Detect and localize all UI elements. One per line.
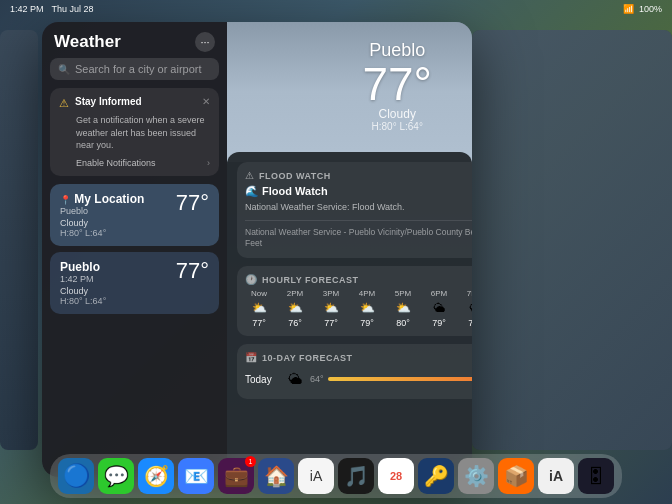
dock-icon-slack[interactable]: 💼 1 bbox=[218, 458, 254, 494]
hourly-item-4: 5PM ⛅ 80° bbox=[389, 289, 417, 328]
dock-icon-calendar[interactable]: 28 bbox=[378, 458, 414, 494]
sidebar-header: Weather ··· bbox=[42, 22, 227, 58]
sidebar: Weather ··· 🔍 Search for a city or airpo… bbox=[42, 22, 227, 477]
alert-icon: ⚠ bbox=[59, 97, 69, 110]
location-condition: Cloudy bbox=[60, 218, 209, 228]
dock-icon-mail[interactable]: 📧 bbox=[178, 458, 214, 494]
search-placeholder: Search for a city or airport bbox=[75, 63, 202, 75]
location-temp-2: 77° bbox=[176, 260, 209, 282]
tenday-bar-area: 64° 80° bbox=[310, 374, 472, 384]
tenday-section-header: 📅 10-DAY FORECAST bbox=[245, 352, 472, 363]
messages-icon: 💬 bbox=[104, 464, 129, 488]
ia-writer-icon: iA bbox=[310, 468, 322, 484]
tenday-day: Today bbox=[245, 374, 280, 385]
bg-app-right bbox=[472, 30, 672, 450]
grid-2col: ⚠ FLOOD WATCH 🌊 Flood Watch National Wea… bbox=[237, 162, 462, 414]
flood-watch-panel: ⚠ FLOOD WATCH 🌊 Flood Watch National Wea… bbox=[237, 162, 472, 258]
dock-icon-settings[interactable]: ⚙️ bbox=[458, 458, 494, 494]
calendar-icon: 📅 bbox=[245, 352, 257, 363]
location-condition-2: Cloudy bbox=[60, 286, 209, 296]
status-bar-right: 📶 100% bbox=[623, 4, 662, 14]
chevron-right-icon: › bbox=[207, 158, 210, 168]
flood-note: National Weather Service - Pueblo Vicini… bbox=[245, 227, 472, 251]
location-subname: Pueblo bbox=[60, 206, 144, 216]
weather-window: Weather ··· 🔍 Search for a city or airpo… bbox=[42, 22, 472, 477]
music-icon: 🎵 bbox=[344, 464, 369, 488]
ia-writer2-icon: iA bbox=[549, 468, 563, 484]
tenday-icon: 🌥 bbox=[288, 371, 302, 387]
tenday-row-today: Today 🌥 64° 80° bbox=[245, 367, 472, 391]
sidebar-title: Weather bbox=[54, 32, 121, 52]
safari-icon: 🧭 bbox=[144, 464, 169, 488]
search-bar[interactable]: 🔍 Search for a city or airport bbox=[50, 58, 219, 80]
dock-icon-1password[interactable]: 🔑 bbox=[418, 458, 454, 494]
location-item-pueblo[interactable]: Pueblo 1:42 PM 77° Cloudy H:80° L:64° bbox=[50, 252, 219, 314]
alert-close-button[interactable]: ✕ bbox=[202, 96, 210, 107]
dock-icon-app6[interactable]: 🏠 bbox=[258, 458, 294, 494]
clock-icon: 🕐 bbox=[245, 274, 257, 285]
hero-temp: 77° bbox=[362, 61, 432, 107]
dock: 🔵 💬 🧭 📧 💼 1 🏠 iA 🎵 28 🔑 ⚙️ bbox=[50, 454, 622, 498]
flood-title: 🌊 Flood Watch bbox=[245, 185, 472, 198]
battery: 100% bbox=[639, 4, 662, 14]
tenday-bar bbox=[328, 377, 472, 381]
1password-icon: 🔑 bbox=[424, 464, 449, 488]
hourly-item-6: 7PM 🌥 76° bbox=[461, 289, 472, 328]
hourly-scroll: Now ⛅ 77° 2PM ⛅ 76° 3PM bbox=[245, 289, 472, 328]
location-time-2: 1:42 PM bbox=[60, 274, 100, 284]
enable-notifications-button[interactable]: Enable Notifications › bbox=[59, 158, 210, 168]
enable-notif-label: Enable Notifications bbox=[76, 158, 156, 168]
dock-icon-finder[interactable]: 🔵 bbox=[58, 458, 94, 494]
hourly-item-0: Now ⛅ 77° bbox=[245, 289, 273, 328]
hero-hilo: H:80° L:64° bbox=[362, 121, 432, 132]
more-button[interactable]: ··· bbox=[195, 32, 215, 52]
flood-section-header: ⚠ FLOOD WATCH bbox=[245, 170, 472, 181]
location-item-header: 📍 My Location Pueblo 77° bbox=[60, 192, 209, 216]
dock-icon-setapp[interactable]: 📦 bbox=[498, 458, 534, 494]
calendar-icon: 28 bbox=[390, 470, 402, 482]
bg-app-left bbox=[0, 30, 38, 450]
alert-header: ⚠ Stay Informed ✕ bbox=[59, 96, 210, 110]
hourly-item-3: 4PM ⛅ 79° bbox=[353, 289, 381, 328]
dock-icon-ia-writer[interactable]: iA bbox=[298, 458, 334, 494]
dock-icon-ia-writer2[interactable]: iA bbox=[538, 458, 574, 494]
tenday-forecast-panel: 📅 10-DAY FORECAST Today 🌥 64° 80° bbox=[237, 344, 472, 399]
mail-icon: 📧 bbox=[184, 464, 209, 488]
status-bar-left: 1:42 PM Thu Jul 28 bbox=[10, 4, 94, 14]
settings-icon: ⚙️ bbox=[464, 464, 489, 488]
main-content: Pueblo 77° Cloudy H:80° L:64° bbox=[227, 22, 472, 477]
setapp-icon: 📦 bbox=[504, 464, 529, 488]
flood-body: National Weather Service: Flood Watch. bbox=[245, 201, 472, 214]
date: Thu Jul 28 bbox=[52, 4, 94, 14]
dock-icon-safari[interactable]: 🧭 bbox=[138, 458, 174, 494]
hero-weather: Pueblo 77° Cloudy H:80° L:64° bbox=[362, 40, 432, 132]
status-bar: 1:42 PM Thu Jul 28 📶 100% bbox=[0, 0, 672, 18]
hourly-section-label: HOURLY FORECAST bbox=[262, 275, 359, 285]
dock-icon-music[interactable]: 🎵 bbox=[338, 458, 374, 494]
flood-divider bbox=[245, 220, 472, 221]
tenday-section-label: 10-DAY FORECAST bbox=[262, 353, 353, 363]
location-name-group: 📍 My Location Pueblo bbox=[60, 192, 144, 216]
search-icon: 🔍 bbox=[58, 64, 70, 75]
hourly-item-5: 6PM 🌥 79° bbox=[425, 289, 453, 328]
wifi-icon: 📶 bbox=[623, 4, 634, 14]
dock-icon-messages[interactable]: 💬 bbox=[98, 458, 134, 494]
location-item-my-location[interactable]: 📍 My Location Pueblo 77° Cloudy H:80° L:… bbox=[50, 184, 219, 246]
location-hilo-2: H:80° L:64° bbox=[60, 296, 209, 306]
dock-icon-control[interactable]: 🎛 bbox=[578, 458, 614, 494]
location-item-header-2: Pueblo 1:42 PM 77° bbox=[60, 260, 209, 284]
bottom-panels: ⚠ FLOOD WATCH 🌊 Flood Watch National Wea… bbox=[227, 152, 472, 477]
hero-high: H:80° bbox=[372, 121, 397, 132]
location-icon: 📍 bbox=[60, 195, 71, 205]
slack-badge: 1 bbox=[245, 456, 256, 467]
location-temp: 77° bbox=[176, 192, 209, 214]
cloud-background bbox=[227, 22, 472, 162]
hero-condition: Cloudy bbox=[362, 107, 432, 121]
control-icon: 🎛 bbox=[586, 465, 606, 488]
alert-title: Stay Informed bbox=[75, 96, 196, 107]
left-col: ⚠ FLOOD WATCH 🌊 Flood Watch National Wea… bbox=[237, 162, 472, 414]
finder-icon: 🔵 bbox=[63, 463, 90, 489]
slack-icon: 💼 bbox=[224, 464, 249, 488]
location-name: 📍 My Location bbox=[60, 192, 144, 206]
hourly-section-header: 🕐 HOURLY FORECAST bbox=[245, 274, 472, 285]
